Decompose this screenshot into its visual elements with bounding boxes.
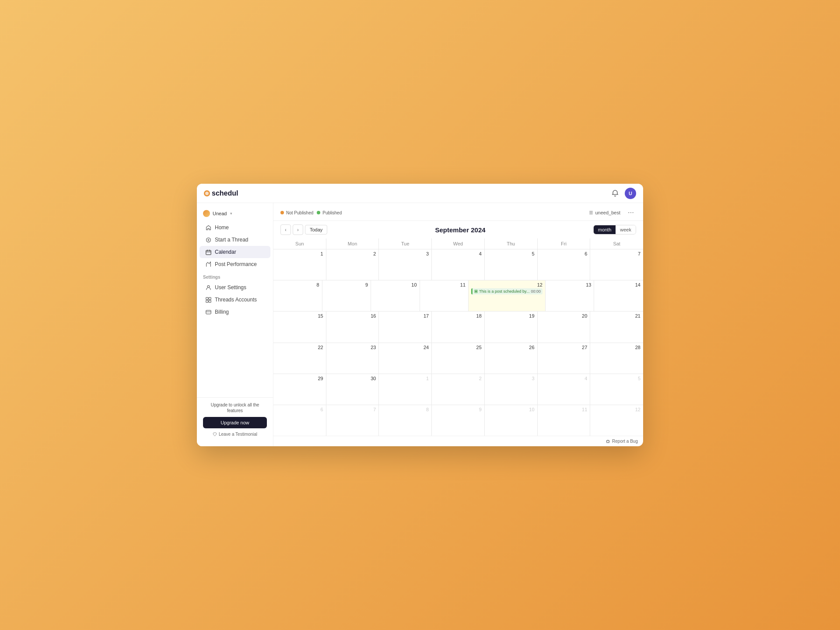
month-view-button[interactable]: month [594, 225, 616, 234]
prev-month-button[interactable]: ‹ [280, 224, 291, 235]
cal-day[interactable]: 21 [590, 312, 643, 342]
bug-icon [606, 439, 610, 444]
testimonial-link[interactable]: Leave a Testimonial [203, 432, 267, 437]
next-month-button[interactable]: › [293, 224, 303, 235]
calendar-event[interactable]: This is a post scheduled by... 00:00 [471, 288, 542, 294]
weekday-sat: Sat [590, 238, 643, 249]
cal-day[interactable]: 11 [420, 280, 469, 311]
month-title: September 2024 [435, 226, 486, 234]
calendar-weeks: 1 2 3 4 5 6 7 8 9 10 11 [273, 249, 643, 436]
home-icon [206, 225, 211, 231]
cal-day-12[interactable]: 12 This is a post scheduled by... 00:00 [469, 280, 546, 311]
cal-day[interactable]: 11 [538, 405, 591, 436]
calendar-nav-header: ‹ › Today September 2024 month week [273, 221, 643, 238]
legend: Not Published Published [280, 210, 342, 215]
cal-day[interactable]: 30 [326, 374, 379, 405]
week-row: 8 9 10 11 12 This is a post schedu [273, 280, 643, 312]
cal-day[interactable]: 6 [273, 405, 326, 436]
sidebar-item-threads-accounts[interactable]: Threads Accounts [200, 294, 270, 306]
notifications-button[interactable] [610, 188, 620, 199]
weekday-headers: Sun Mon Tue Wed Thu Fri Sat [273, 238, 643, 249]
sidebar-account-selector[interactable]: Unead ▾ [197, 208, 273, 221]
week-row: 22 23 24 25 26 27 28 [273, 343, 643, 374]
cal-day[interactable]: 25 [432, 343, 485, 374]
cal-day[interactable]: 26 [485, 343, 538, 374]
cal-day[interactable]: 7 [326, 405, 379, 436]
cal-day[interactable]: 7 [590, 249, 643, 280]
sidebar-item-post-performance[interactable]: Post Performance [200, 258, 270, 270]
cal-day[interactable]: 9 [432, 405, 485, 436]
cal-day[interactable]: 6 [538, 249, 591, 280]
cal-day[interactable]: 17 [379, 312, 432, 342]
weekday-fri: Fri [538, 238, 591, 249]
cal-day[interactable]: 8 [273, 280, 322, 311]
account-selector[interactable]: uneed_best [588, 210, 621, 215]
not-published-legend: Not Published [280, 210, 313, 215]
cal-day[interactable]: 16 [326, 312, 379, 342]
cal-day[interactable]: 3 [379, 249, 432, 280]
cal-day[interactable]: 8 [379, 405, 432, 436]
calendar-icon [206, 249, 211, 255]
cal-day[interactable]: 4 [538, 374, 591, 405]
sidebar-item-user-settings[interactable]: User Settings [200, 281, 270, 294]
svg-rect-2 [206, 250, 211, 255]
svg-rect-6 [206, 300, 208, 302]
view-toggle: month week [593, 225, 636, 234]
weekday-thu: Thu [485, 238, 538, 249]
upgrade-text: Upgrade to unlock all the features [203, 402, 267, 413]
cal-day[interactable]: 12 [590, 405, 643, 436]
week-view-button[interactable]: week [616, 225, 636, 234]
more-options-button[interactable]: ⋯ [626, 207, 636, 218]
cal-day[interactable]: 19 [485, 312, 538, 342]
logo: schedul [204, 189, 238, 197]
cal-day[interactable]: 1 [273, 249, 326, 280]
logo-icon [204, 190, 210, 196]
cal-day[interactable]: 22 [273, 343, 326, 374]
sidebar-bottom: Upgrade to unlock all the features Upgra… [197, 397, 273, 441]
heart-icon [213, 432, 217, 437]
cal-day[interactable]: 14 [594, 280, 643, 311]
cal-day[interactable]: 27 [538, 343, 591, 374]
cal-day[interactable]: 28 [590, 343, 643, 374]
user-avatar[interactable]: U [625, 188, 636, 199]
sidebar-item-calendar[interactable]: Calendar [200, 246, 270, 258]
cal-day[interactable]: 15 [273, 312, 326, 342]
sidebar-item-home[interactable]: Home [200, 221, 270, 234]
cal-day[interactable]: 5 [485, 249, 538, 280]
calendar-area: Not Published Published uneed_best ⋯ [273, 203, 643, 446]
cal-day[interactable]: 5 [590, 374, 643, 405]
cal-day[interactable]: 10 [371, 280, 420, 311]
billing-icon [206, 309, 211, 315]
cal-day[interactable]: 20 [538, 312, 591, 342]
event-icon [474, 290, 478, 293]
cal-day[interactable]: 1 [379, 374, 432, 405]
user-settings-icon [206, 285, 211, 290]
cal-day[interactable]: 10 [485, 405, 538, 436]
cal-day[interactable]: 13 [546, 280, 595, 311]
cal-day[interactable]: 9 [322, 280, 371, 311]
cal-day[interactable]: 24 [379, 343, 432, 374]
svg-rect-8 [206, 310, 211, 314]
cal-day[interactable]: 2 [432, 374, 485, 405]
sidebar-item-start-thread[interactable]: Start a Thread [200, 234, 270, 246]
report-bug-bar[interactable]: Report a Bug [273, 436, 643, 446]
svg-rect-4 [206, 297, 208, 299]
weekday-mon: Mon [326, 238, 379, 249]
cal-day[interactable]: 4 [432, 249, 485, 280]
cal-day[interactable]: 3 [485, 374, 538, 405]
nav-controls: ‹ › Today [280, 224, 327, 235]
chart-icon [206, 262, 211, 267]
not-published-dot [280, 211, 284, 214]
cal-day[interactable]: 23 [326, 343, 379, 374]
published-dot [317, 211, 320, 214]
settings-label: Settings [197, 270, 273, 281]
sidebar-item-billing[interactable]: Billing [200, 306, 270, 318]
upgrade-now-button[interactable]: Upgrade now [203, 417, 267, 428]
cal-day[interactable]: 29 [273, 374, 326, 405]
account-icon [203, 210, 210, 217]
cal-day[interactable]: 2 [326, 249, 379, 280]
weekday-tue: Tue [379, 238, 432, 249]
svg-rect-7 [209, 300, 211, 302]
cal-day[interactable]: 18 [432, 312, 485, 342]
today-button[interactable]: Today [305, 225, 327, 234]
